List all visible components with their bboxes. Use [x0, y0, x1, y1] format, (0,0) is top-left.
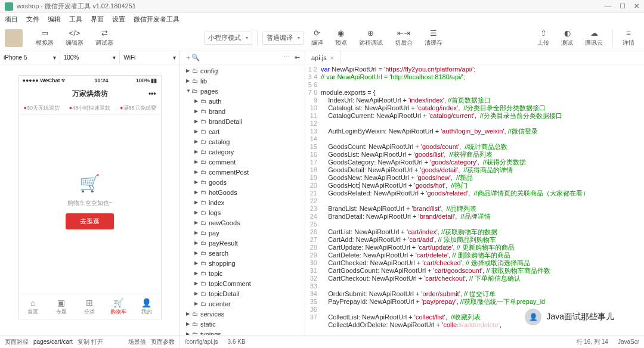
search-icon[interactable]: 🔍	[191, 54, 200, 61]
folder-newGoods[interactable]: ▶🗀newGoods	[180, 218, 305, 228]
debugger-button[interactable]: ⇄调试器	[91, 28, 118, 48]
menu-settings[interactable]: 设置	[112, 15, 125, 24]
device-select[interactable]: iPhone 5▾	[0, 51, 60, 64]
network-select[interactable]: WiFi▾	[120, 51, 179, 64]
status-params[interactable]: 页面参数	[151, 338, 175, 346]
detail-button[interactable]: ≡详情	[618, 28, 639, 48]
close-icon[interactable]: ✕	[634, 2, 639, 10]
code-editor[interactable]: 1 2 3 4 5 6 7 8 9 10 11 12 13 14 15 16 1…	[305, 64, 644, 335]
chevron-down-icon: ▾	[246, 35, 248, 41]
test-button[interactable]: ◐测试	[556, 28, 578, 48]
folder-typings[interactable]: ▶🗀typings	[180, 329, 305, 335]
grid-icon: ⊞	[86, 298, 93, 307]
nav-bar: 万家烘焙坊 •••	[19, 85, 161, 102]
close-tab-icon[interactable]: ×	[330, 54, 334, 61]
minimize-icon[interactable]: —	[605, 2, 611, 10]
zoom-select[interactable]: 100%▾	[60, 51, 120, 64]
collapse-icon[interactable]: ⇤	[295, 54, 300, 61]
folder-icon: 🗀	[200, 219, 206, 226]
menu-tool[interactable]: 工具	[69, 15, 82, 24]
toolbar: ▭模拟器 </>编辑器 ⇄调试器 小程序模式▾ 普通编译▾ ⟳编译 ◉预览 ⊕远…	[0, 25, 644, 51]
file-tree: ▶🗀config ▶🗀lib ▼🗁pages ▶🗀auth▶🗀brand▶🗀br…	[180, 64, 305, 335]
folder-topic[interactable]: ▶🗀topic	[180, 268, 305, 278]
folder-payResult[interactable]: ▶🗀payResult	[180, 238, 305, 248]
folder-icon: 🗀	[200, 159, 206, 165]
folder-icon: 🗀	[200, 229, 206, 236]
user-icon: 👤	[141, 298, 151, 307]
menu-edit[interactable]: 编辑	[48, 15, 61, 24]
status-scene[interactable]: 场景值	[128, 338, 146, 346]
more-icon[interactable]: ⋯	[283, 54, 290, 61]
folder-goods[interactable]: ▶🗀goods	[180, 177, 305, 187]
folder-topicDetail[interactable]: ▶🗀topicDetail	[180, 288, 305, 299]
refresh-icon: ⟳	[312, 29, 323, 38]
user-avatar[interactable]	[5, 29, 23, 47]
folder-shopping[interactable]: ▶🗀shopping	[180, 258, 305, 268]
maximize-icon[interactable]: ☐	[620, 2, 626, 10]
cart-icon: 🛒	[113, 298, 123, 307]
folder-catalog[interactable]: ▶🗀catalog	[180, 136, 305, 147]
preview-button[interactable]: ◉预览	[330, 28, 352, 48]
folder-pages[interactable]: ▼🗁pages	[180, 86, 305, 96]
file-tree-panel: ＋ 🔍 ⋯ ⇤ ▶🗀config ▶🗀lib ▼🗁pages ▶🗀auth▶🗀b…	[180, 51, 305, 335]
phone-icon: ▭	[39, 29, 50, 38]
folder-logs[interactable]: ▶🗀logs	[180, 207, 305, 218]
go-shop-button[interactable]: 去逛逛	[66, 213, 114, 229]
folder-icon: 🗀	[192, 77, 198, 84]
upload-button[interactable]: ⇧上传	[532, 28, 554, 48]
editor-tab-api-js[interactable]: api.js×	[305, 51, 340, 64]
menu-devtool[interactable]: 微信开发者工具	[134, 15, 179, 24]
folder-icon: 🗀	[200, 148, 206, 155]
tab-home[interactable]: ⌂首页	[19, 294, 48, 319]
folder-static[interactable]: ▶🗀static	[180, 319, 305, 329]
cloud-button[interactable]: ☁腾讯云	[580, 28, 608, 48]
compile-button[interactable]: ⟳编译	[306, 28, 328, 48]
folder-lib[interactable]: ▶🗀lib	[180, 76, 305, 86]
folder-services[interactable]: ▶🗀services	[180, 309, 305, 319]
chevron-down-icon: ▾	[173, 54, 176, 61]
simulator-button[interactable]: ▭模拟器	[31, 28, 58, 48]
folder-icon: 🗀	[200, 250, 206, 256]
folder-comment[interactable]: ▶🗀comment	[180, 157, 305, 167]
folder-cart[interactable]: ▶🗀cart	[180, 126, 305, 136]
folder-brandDetail[interactable]: ▶🗀brandDetail	[180, 116, 305, 126]
phone-simulator: ●●●●● WeChat ᯤ 10:24 100% ▮▮ 万家烘焙坊 ••• ●…	[18, 75, 162, 319]
tab-cart[interactable]: 🛒购物车	[104, 294, 132, 319]
folder-auth[interactable]: ▶🗀auth	[180, 96, 305, 106]
status-copy-open[interactable]: 复制 打开	[78, 338, 103, 346]
folder-config[interactable]: ▶🗀config	[180, 66, 305, 76]
simulator-panel: iPhone 5▾ 100%▾ WiFi▾ ●●●●● WeChat ᯤ 10:…	[0, 51, 180, 335]
folder-ucenter[interactable]: ▶🗀ucenter	[180, 299, 305, 309]
mode-select[interactable]: 小程序模式▾	[204, 32, 252, 45]
status-bar: ●●●●● WeChat ᯤ 10:24 100% ▮▮	[19, 76, 161, 85]
chevron-down-icon: ▾	[298, 35, 300, 41]
folder-pay[interactable]: ▶🗀pay	[180, 228, 305, 238]
menu-ui[interactable]: 界面	[91, 15, 104, 24]
folder-brand[interactable]: ▶🗀brand	[180, 106, 305, 116]
background-button[interactable]: ⇤⇥切后台	[390, 28, 417, 48]
folder-topicComment[interactable]: ▶🗀topicComment	[180, 278, 305, 288]
cache-icon: ☰	[428, 29, 439, 38]
folder-icon: 🗀	[200, 280, 206, 287]
compile-mode-select[interactable]: 普通编译▾	[262, 32, 304, 45]
tab-category[interactable]: ⊞分类	[76, 294, 104, 319]
menu-file[interactable]: 文件	[26, 15, 39, 24]
folder-index[interactable]: ▶🗀index	[180, 197, 305, 207]
menu-project[interactable]: 项目	[5, 15, 18, 24]
folder-search[interactable]: ▶🗀search	[180, 248, 305, 258]
tab-topic[interactable]: ▣专题	[47, 294, 76, 319]
editor-button[interactable]: </>编辑器	[61, 28, 88, 48]
folder-hotGoods[interactable]: ▶🗀hotGoods	[180, 187, 305, 197]
add-file-icon[interactable]: ＋	[185, 53, 191, 62]
tab-my[interactable]: 👤我的	[132, 294, 161, 319]
folder-commentPost[interactable]: ▶🗀commentPost	[180, 167, 305, 177]
status-file: /config/api.js	[185, 338, 218, 345]
folder-icon: 🗀	[200, 128, 206, 135]
folder-icon: 🗀	[192, 310, 198, 317]
cache-button[interactable]: ☰清缓存	[420, 28, 447, 48]
folder-category[interactable]: ▶🗀category	[180, 147, 305, 157]
folder-icon: 🗀	[200, 189, 206, 195]
code-icon: </>	[69, 29, 80, 38]
remote-button[interactable]: ⊕远程调试	[354, 28, 388, 48]
more-icon[interactable]: •••	[148, 89, 156, 98]
